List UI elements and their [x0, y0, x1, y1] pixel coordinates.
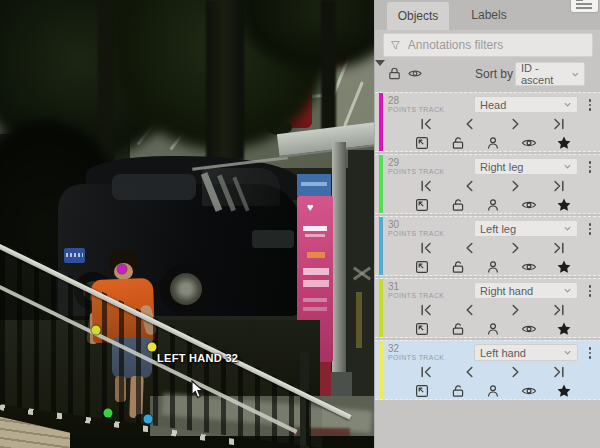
last-keyframe-button[interactable] [552, 303, 566, 317]
first-keyframe-button[interactable] [419, 365, 433, 379]
object-menu-button[interactable] [583, 345, 597, 361]
tab-objects[interactable]: Objects [387, 2, 449, 30]
chevron-down-icon [563, 286, 572, 295]
keypoint-head[interactable] [118, 265, 127, 274]
object-label-select[interactable]: Head [474, 96, 578, 113]
lock-toggle-button[interactable] [450, 197, 466, 213]
banner-header-text [301, 182, 327, 186]
last-keyframe-button[interactable] [552, 179, 566, 193]
hidden-toggle-button[interactable] [521, 259, 537, 275]
occluded-toggle-button[interactable] [485, 135, 501, 151]
object-color-stripe [379, 341, 383, 399]
video-frame[interactable]: ♥ L [0, 0, 374, 448]
occluded-toggle-button[interactable] [485, 197, 501, 213]
occluded-toggle-button[interactable] [485, 383, 501, 399]
object-row[interactable]: 30 POINTS TRACK Left leg [375, 216, 600, 276]
lock-toggle-button[interactable] [450, 259, 466, 275]
object-menu-button[interactable] [583, 159, 597, 175]
previous-keyframe-button[interactable] [463, 241, 477, 255]
tab-labels[interactable]: Labels [461, 0, 517, 30]
object-type: POINTS TRACK [388, 168, 444, 175]
previous-keyframe-button[interactable] [463, 179, 477, 193]
first-keyframe-button[interactable] [419, 241, 433, 255]
object-type: POINTS TRACK [388, 292, 444, 299]
panel-toggle-button[interactable] [571, 0, 598, 12]
object-row[interactable]: 32 POINTS TRACK Left hand [375, 340, 600, 400]
annotation-app: ♥ L [0, 0, 600, 448]
next-keyframe-button[interactable] [508, 241, 522, 255]
previous-keyframe-button[interactable] [463, 117, 477, 131]
outside-toggle-button[interactable] [414, 197, 430, 213]
banner-text-row [303, 307, 327, 311]
keypoint-left-leg[interactable] [144, 415, 153, 424]
object-label-select[interactable]: Right leg [474, 158, 578, 175]
keypoint-right-leg[interactable] [104, 409, 113, 418]
keyframe-star-button[interactable] [556, 321, 572, 337]
last-keyframe-button[interactable] [552, 117, 566, 131]
lock-toggle-button[interactable] [450, 321, 466, 337]
keypoint-right-hand[interactable] [92, 326, 101, 335]
expand-all-caret-icon[interactable] [375, 60, 385, 66]
object-row[interactable]: 29 POINTS TRACK Right leg [375, 154, 600, 214]
object-row[interactable]: 31 POINTS TRACK Right hand [375, 278, 600, 338]
object-row[interactable]: 28 POINTS TRACK Head [375, 92, 600, 152]
annotations-filter-input[interactable] [406, 37, 586, 53]
next-keyframe-button[interactable] [508, 117, 522, 131]
outside-toggle-button[interactable] [414, 135, 430, 151]
objects-list: 28 POINTS TRACK Head [375, 92, 600, 402]
lock-all-icon[interactable] [387, 66, 402, 81]
object-menu-button[interactable] [583, 221, 597, 237]
last-keyframe-button[interactable] [552, 365, 566, 379]
object-actions [414, 197, 572, 213]
object-actions [414, 383, 572, 399]
first-keyframe-button[interactable] [419, 303, 433, 317]
object-label-select[interactable]: Right hand [474, 282, 578, 299]
plate-characters [66, 253, 83, 257]
keyframe-star-button[interactable] [556, 383, 572, 399]
keyframe-star-button[interactable] [556, 135, 572, 151]
object-label-select[interactable]: Left hand [474, 344, 578, 361]
annotations-filter-box[interactable] [383, 33, 593, 57]
panel-toggle-icon [576, 0, 583, 1]
object-label-select[interactable]: Left leg [474, 220, 578, 237]
sort-order-select[interactable]: ID - ascent [515, 62, 585, 86]
object-label-value: Left hand [480, 347, 526, 359]
occluded-toggle-button[interactable] [485, 259, 501, 275]
object-id: 32 [388, 343, 399, 354]
object-menu-button[interactable] [583, 283, 597, 299]
object-type: POINTS TRACK [388, 106, 444, 113]
objects-sidebar: Objects Labels Sort by [374, 0, 600, 448]
mouse-cursor [191, 380, 204, 399]
first-keyframe-button[interactable] [419, 117, 433, 131]
object-label-value: Right hand [480, 285, 533, 297]
hidden-toggle-button[interactable] [521, 383, 537, 399]
keyframe-star-button[interactable] [556, 197, 572, 213]
lock-toggle-button[interactable] [450, 383, 466, 399]
hidden-toggle-button[interactable] [521, 197, 537, 213]
occluded-toggle-button[interactable] [485, 321, 501, 337]
chevron-down-icon [563, 162, 572, 171]
keyframe-navigation [419, 365, 566, 379]
lock-toggle-button[interactable] [450, 135, 466, 151]
hide-all-icon[interactable] [407, 66, 423, 81]
banner-heart-logo: ♥ [307, 202, 314, 213]
keyframe-navigation [419, 117, 566, 131]
outside-toggle-button[interactable] [414, 321, 430, 337]
object-color-stripe [379, 93, 383, 151]
keypoint-left-hand[interactable] [148, 343, 157, 352]
hidden-toggle-button[interactable] [521, 135, 537, 151]
next-keyframe-button[interactable] [508, 303, 522, 317]
outside-toggle-button[interactable] [414, 259, 430, 275]
hidden-toggle-button[interactable] [521, 321, 537, 337]
previous-keyframe-button[interactable] [463, 303, 477, 317]
last-keyframe-button[interactable] [552, 241, 566, 255]
first-keyframe-button[interactable] [419, 179, 433, 193]
object-menu-button[interactable] [583, 97, 597, 113]
object-label-value: Left leg [480, 223, 516, 235]
previous-keyframe-button[interactable] [463, 365, 477, 379]
keyframe-star-button[interactable] [556, 259, 572, 275]
next-keyframe-button[interactable] [508, 179, 522, 193]
next-keyframe-button[interactable] [508, 365, 522, 379]
outside-toggle-button[interactable] [414, 383, 430, 399]
sidebar-tabs: Objects Labels [375, 0, 600, 30]
